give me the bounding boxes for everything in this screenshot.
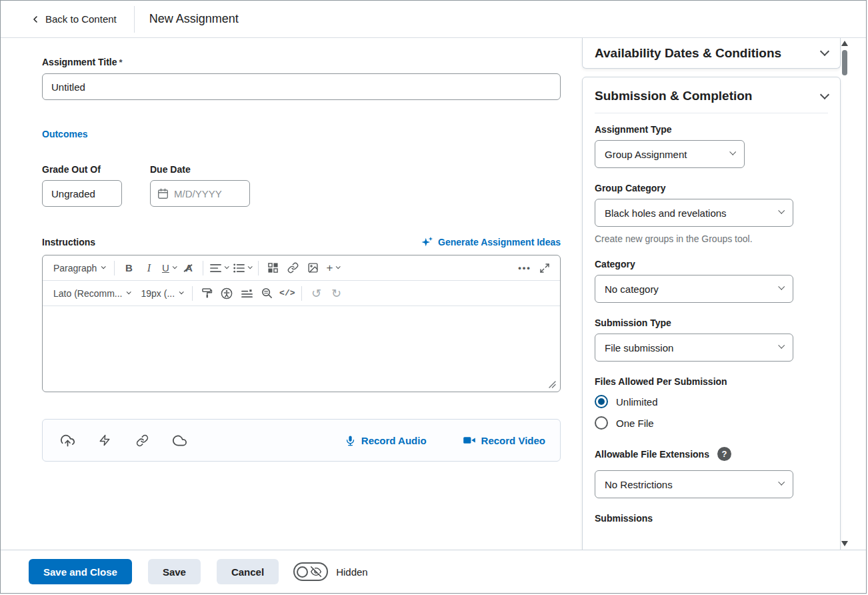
paragraph-style-dropdown[interactable]: Paragraph xyxy=(48,259,110,277)
save-and-close-button[interactable]: Save and Close xyxy=(29,559,132,584)
submissions-label: Submissions xyxy=(595,513,828,524)
record-video-label: Record Video xyxy=(481,435,545,446)
chevron-down-icon[interactable] xyxy=(820,89,829,99)
toolbar-separator xyxy=(203,261,203,275)
list-button[interactable] xyxy=(231,259,254,277)
chevron-down-icon xyxy=(778,207,785,214)
due-date-field[interactable] xyxy=(150,180,250,207)
insert-image-icon[interactable] xyxy=(303,259,323,277)
fullscreen-icon[interactable] xyxy=(535,259,555,277)
chevron-down-icon xyxy=(101,264,106,269)
font-family-dropdown[interactable]: Lato (Recomm... xyxy=(48,284,135,303)
eye-off-icon xyxy=(311,566,321,577)
scroll-down-arrow[interactable] xyxy=(841,541,848,546)
submission-panel: Submission & Completion Assignment Type … xyxy=(582,77,841,550)
font-color-button[interactable]: A xyxy=(179,259,199,277)
resize-handle[interactable] xyxy=(548,380,556,388)
instructions-editor: Paragraph B I U A xyxy=(42,255,561,392)
submission-panel-header[interactable]: Submission & Completion xyxy=(595,77,828,113)
toolbar-overflow-button[interactable]: ••• xyxy=(515,259,535,277)
editor-toolbar-row-2: Lato (Recomm... 19px (... </> xyxy=(43,281,560,306)
submission-type-value: File submission xyxy=(605,342,673,354)
header-divider xyxy=(134,6,135,33)
availability-panel-title: Availability Dates & Conditions xyxy=(595,46,781,61)
font-size-dropdown[interactable]: 19px (... xyxy=(135,284,188,303)
scroll-up-arrow[interactable] xyxy=(841,41,848,46)
instructions-textarea[interactable] xyxy=(43,306,560,392)
toolbar-separator xyxy=(258,261,259,275)
new-assignment-page: Back to Content New Assignment Assignmen… xyxy=(0,0,867,594)
assignment-type-select[interactable]: Group Assignment xyxy=(595,140,745,168)
hidden-label: Hidden xyxy=(336,566,368,578)
insert-quicklink-icon[interactable] xyxy=(283,259,303,277)
chevron-down-icon[interactable] xyxy=(820,47,829,56)
toolbar-separator xyxy=(114,261,115,275)
accessibility-checker-icon[interactable] xyxy=(217,284,237,303)
category-select[interactable]: No category xyxy=(595,275,793,303)
equation-icon[interactable] xyxy=(237,284,257,303)
cancel-button[interactable]: Cancel xyxy=(217,559,279,584)
toolbar-separator xyxy=(301,286,302,301)
toggle-knob xyxy=(297,566,308,578)
radio-button-unselected[interactable] xyxy=(595,416,608,430)
chevron-down-icon xyxy=(729,149,736,155)
preview-icon[interactable] xyxy=(257,284,277,303)
outcomes-link[interactable]: Outcomes xyxy=(42,129,87,139)
source-code-button[interactable]: </> xyxy=(277,284,297,303)
instructions-label: Instructions xyxy=(42,237,95,247)
submission-type-select[interactable]: File submission xyxy=(595,334,793,362)
settings-sidebar: Availability Dates & Conditions Submissi… xyxy=(582,38,841,550)
radio-unlimited[interactable]: Unlimited xyxy=(595,395,828,408)
back-to-content-button[interactable]: Back to Content xyxy=(1,13,117,25)
generate-assignment-ideas-link[interactable]: Generate Assignment Ideas xyxy=(421,236,561,248)
cloud-icon[interactable] xyxy=(169,431,189,450)
editor-toolbar-row-1: Paragraph B I U A xyxy=(43,255,560,281)
extensions-select[interactable]: No Restrictions xyxy=(595,470,793,498)
files-allowed-radio-group: Unlimited One File xyxy=(595,395,828,430)
hidden-toggle[interactable] xyxy=(293,562,328,581)
extensions-value: No Restrictions xyxy=(605,479,673,490)
attach-link-icon[interactable] xyxy=(132,431,152,450)
undo-icon[interactable]: ↺ xyxy=(306,284,326,303)
required-mark: * xyxy=(119,57,123,67)
italic-button[interactable]: I xyxy=(139,259,159,277)
calendar-icon xyxy=(157,188,169,199)
underline-button[interactable]: U xyxy=(159,259,179,277)
record-video-button[interactable]: Record Video xyxy=(463,435,545,446)
allowable-extensions-label: Allowable File Extensions xyxy=(595,449,709,460)
main-area: Assignment Title* Outcomes Grade Out Of … xyxy=(1,38,866,550)
grade-out-of-input[interactable] xyxy=(42,180,122,207)
insert-more-button[interactable]: + xyxy=(323,259,343,277)
redo-icon[interactable]: ↻ xyxy=(326,284,346,303)
insert-stuff-icon[interactable] xyxy=(263,259,283,277)
help-icon[interactable]: ? xyxy=(717,447,731,461)
record-audio-button[interactable]: Record Audio xyxy=(345,434,427,447)
chevron-down-icon xyxy=(778,479,785,486)
radio-button-selected[interactable] xyxy=(595,395,608,408)
page-title: New Assignment xyxy=(149,12,239,26)
chevron-down-icon xyxy=(225,264,229,269)
scrollbar-thumb[interactable] xyxy=(842,50,847,75)
save-button[interactable]: Save xyxy=(148,559,201,584)
attachments-bar: Record Audio Record Video xyxy=(42,419,561,462)
radio-one-file[interactable]: One File xyxy=(595,416,828,430)
format-painter-icon[interactable] xyxy=(197,284,217,303)
submission-type-label: Submission Type xyxy=(595,318,828,328)
due-date-input[interactable] xyxy=(174,188,243,199)
chevron-down-icon xyxy=(179,289,184,294)
category-label: Category xyxy=(595,259,828,269)
top-bar: Back to Content New Assignment xyxy=(1,1,866,38)
group-category-select[interactable]: Black holes and revelations xyxy=(595,199,793,227)
activity-zap-icon[interactable] xyxy=(95,431,115,450)
availability-panel[interactable]: Availability Dates & Conditions xyxy=(582,38,841,69)
vertical-scrollbar[interactable] xyxy=(840,39,850,548)
due-date-label: Due Date xyxy=(150,164,283,175)
group-category-value: Black holes and revelations xyxy=(605,207,727,219)
group-category-label: Group Category xyxy=(595,183,828,193)
upload-icon[interactable] xyxy=(57,431,77,450)
chevron-down-icon xyxy=(127,289,131,294)
chevron-down-icon xyxy=(336,264,341,269)
align-button[interactable] xyxy=(207,259,231,277)
bold-button[interactable]: B xyxy=(119,259,139,277)
assignment-title-input[interactable] xyxy=(42,73,561,100)
